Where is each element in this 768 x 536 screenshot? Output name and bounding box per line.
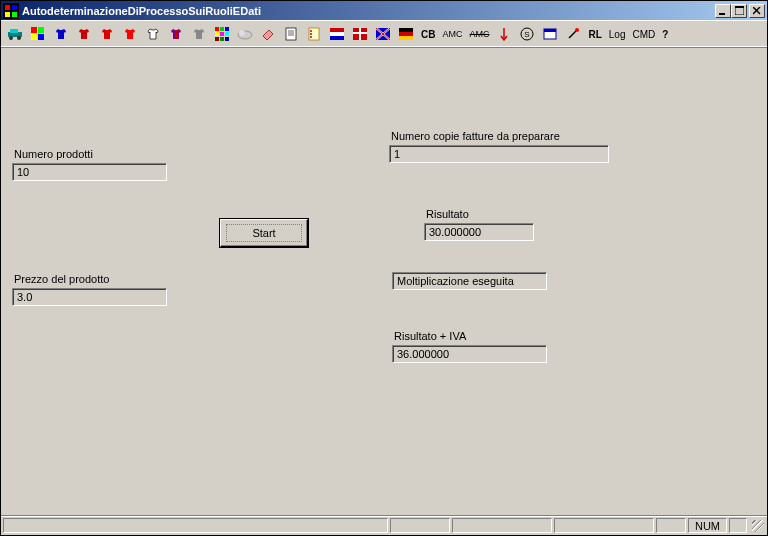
shirt-multi-icon[interactable] bbox=[73, 23, 95, 45]
amc1-button[interactable]: AMC bbox=[439, 23, 465, 45]
svg-rect-23 bbox=[225, 37, 229, 41]
svg-rect-17 bbox=[225, 27, 229, 31]
moltiplicazione-status: Moltiplicazione eseguita bbox=[392, 272, 547, 290]
svg-rect-18 bbox=[215, 32, 219, 36]
numero-prodotti-field[interactable]: 10 bbox=[12, 163, 167, 181]
svg-rect-20 bbox=[225, 32, 229, 36]
help-button[interactable]: ? bbox=[659, 23, 671, 45]
svg-rect-46 bbox=[399, 32, 413, 36]
svg-point-33 bbox=[310, 36, 312, 38]
svg-rect-10 bbox=[38, 27, 44, 33]
flag4-icon[interactable] bbox=[395, 23, 417, 45]
cloud-icon[interactable] bbox=[234, 23, 256, 45]
window-title: AutodeterminazioneDiProcessoSuiRuoliEDat… bbox=[22, 5, 715, 17]
svg-rect-12 bbox=[38, 34, 44, 40]
status-num: NUM bbox=[688, 518, 727, 533]
svg-rect-19 bbox=[220, 32, 224, 36]
svg-rect-45 bbox=[399, 28, 413, 32]
shirt-gray-icon[interactable] bbox=[188, 23, 210, 45]
svg-rect-0 bbox=[719, 13, 725, 15]
car-icon[interactable] bbox=[4, 23, 26, 45]
svg-point-54 bbox=[575, 28, 579, 32]
svg-point-31 bbox=[310, 30, 312, 32]
resize-grip-icon[interactable] bbox=[749, 518, 765, 533]
svg-rect-47 bbox=[399, 36, 413, 40]
status-pane-6 bbox=[729, 518, 747, 533]
title-bar: AutodeterminazioneDiProcessoSuiRuoliEDat… bbox=[1, 1, 767, 20]
flag3-icon[interactable] bbox=[372, 23, 394, 45]
svg-rect-36 bbox=[330, 36, 344, 40]
application-window: AutodeterminazioneDiProcessoSuiRuoliEDat… bbox=[0, 0, 768, 536]
client-area: Numero prodotti 10 Numero copie fatture … bbox=[1, 48, 767, 515]
prezzo-label: Prezzo del prodotto bbox=[14, 273, 109, 285]
svg-point-32 bbox=[310, 33, 312, 35]
start-button[interactable]: Start bbox=[219, 218, 309, 248]
grid-icon[interactable] bbox=[211, 23, 233, 45]
shirt-blue-icon[interactable] bbox=[50, 23, 72, 45]
shirt-striped-icon[interactable] bbox=[165, 23, 187, 45]
status-pane-3 bbox=[554, 518, 654, 533]
log-button[interactable]: Log bbox=[606, 23, 629, 45]
toolbar: CB AMC AMC S RL Log CMD ? bbox=[1, 20, 767, 48]
svg-point-8 bbox=[17, 36, 21, 40]
shapes-icon[interactable] bbox=[27, 23, 49, 45]
flag1-icon[interactable] bbox=[326, 23, 348, 45]
svg-rect-34 bbox=[330, 28, 344, 32]
numero-prodotti-label: Numero prodotti bbox=[14, 148, 93, 160]
svg-rect-14 bbox=[175, 30, 177, 39]
svg-rect-11 bbox=[31, 34, 37, 40]
wand-icon[interactable] bbox=[562, 23, 584, 45]
svg-rect-16 bbox=[220, 27, 224, 31]
arrow-down-icon[interactable] bbox=[493, 23, 515, 45]
risultato-field: 30.000000 bbox=[424, 223, 534, 241]
minimize-button[interactable] bbox=[715, 4, 731, 18]
risultato-iva-label: Risultato + IVA bbox=[394, 330, 466, 342]
eraser-icon[interactable] bbox=[257, 23, 279, 45]
svg-rect-39 bbox=[359, 28, 361, 40]
svg-point-7 bbox=[9, 36, 13, 40]
app-icon bbox=[3, 3, 19, 19]
shirt-red-icon[interactable] bbox=[96, 23, 118, 45]
svg-rect-2 bbox=[735, 6, 744, 8]
svg-rect-22 bbox=[220, 37, 224, 41]
risultato-iva-field: 36.000000 bbox=[392, 345, 547, 363]
svg-rect-21 bbox=[215, 37, 219, 41]
status-pane-4 bbox=[656, 518, 686, 533]
close-button[interactable] bbox=[749, 4, 765, 18]
list-icon[interactable] bbox=[303, 23, 325, 45]
svg-rect-6 bbox=[10, 29, 18, 33]
shirt-red2-icon[interactable] bbox=[119, 23, 141, 45]
window-icon[interactable] bbox=[539, 23, 561, 45]
stamp-icon[interactable]: S bbox=[516, 23, 538, 45]
svg-line-53 bbox=[569, 31, 576, 38]
status-pane-main bbox=[3, 518, 388, 533]
shirt-white-icon[interactable] bbox=[142, 23, 164, 45]
document-icon[interactable] bbox=[280, 23, 302, 45]
svg-text:S: S bbox=[525, 30, 530, 39]
status-pane-1 bbox=[390, 518, 450, 533]
cb-button[interactable]: CB bbox=[418, 23, 438, 45]
flag2-icon[interactable] bbox=[349, 23, 371, 45]
start-button-label: Start bbox=[226, 224, 301, 242]
svg-rect-26 bbox=[286, 28, 296, 40]
cmd-button[interactable]: CMD bbox=[629, 23, 658, 45]
rl-button[interactable]: RL bbox=[585, 23, 604, 45]
svg-point-25 bbox=[239, 30, 245, 36]
svg-rect-13 bbox=[82, 33, 86, 34]
svg-rect-52 bbox=[544, 29, 556, 32]
svg-rect-35 bbox=[330, 32, 344, 36]
svg-rect-15 bbox=[215, 27, 219, 31]
risultato-label: Risultato bbox=[426, 208, 469, 220]
prezzo-field[interactable]: 3.0 bbox=[12, 288, 167, 306]
numero-copie-label: Numero copie fatture da preparare bbox=[391, 130, 560, 142]
svg-rect-9 bbox=[31, 27, 37, 33]
numero-copie-field[interactable]: 1 bbox=[389, 145, 609, 163]
amc2-button[interactable]: AMC bbox=[466, 23, 492, 45]
status-bar: NUM bbox=[1, 515, 767, 535]
status-pane-2 bbox=[452, 518, 552, 533]
maximize-button[interactable] bbox=[731, 4, 747, 18]
